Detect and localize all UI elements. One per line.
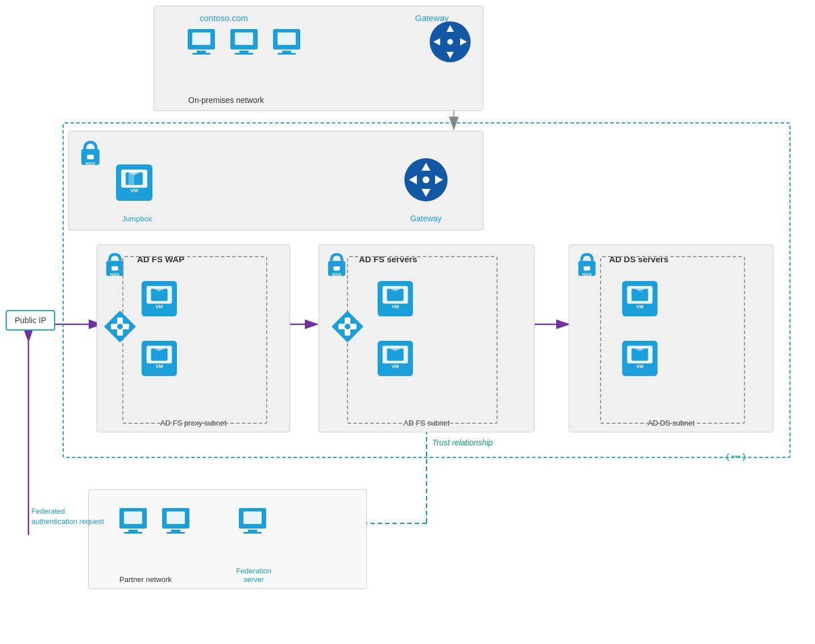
- svg-rect-101: [248, 530, 257, 532]
- gateway-mgmt-label: Gateway: [398, 214, 454, 223]
- mgmt-subnet-box: NSG VM Jumpbox: [68, 131, 483, 230]
- load-balancer-1: [102, 309, 138, 346]
- load-balancer-2: [330, 309, 365, 346]
- svg-rect-66: [333, 266, 340, 271]
- svg-point-36: [448, 39, 453, 45]
- nsg-icon-mgmt: NSG: [79, 140, 102, 170]
- adds-servers-inner-box: [600, 256, 745, 424]
- monitor-icon-1: [185, 28, 217, 60]
- onprem-label: On-premises network: [188, 96, 264, 105]
- svg-rect-44: [129, 172, 134, 185]
- partner-monitor-1: [117, 507, 149, 539]
- svg-rect-20: [192, 32, 210, 45]
- svg-rect-29: [282, 51, 291, 53]
- svg-rect-98: [167, 532, 185, 534]
- adfs-servers-inner-box: [347, 256, 498, 424]
- ellipsis-indicator: ❬•••❭: [725, 452, 748, 461]
- svg-rect-26: [235, 53, 253, 55]
- svg-rect-79: [584, 266, 590, 271]
- svg-text:NSG: NSG: [110, 272, 120, 277]
- svg-rect-92: [124, 511, 142, 524]
- gateway-mgmt-icon: [403, 157, 449, 205]
- svg-text:VM: VM: [130, 188, 138, 193]
- svg-rect-53: [111, 266, 118, 271]
- svg-rect-93: [129, 530, 138, 532]
- svg-rect-100: [243, 511, 262, 524]
- jumpbox-label: Jumpbox: [109, 214, 166, 223]
- partner-network-label: Partner network: [100, 575, 191, 584]
- monitor-icon-3: [271, 28, 303, 60]
- federated-auth-label: Federated authentication request: [31, 506, 105, 527]
- svg-rect-102: [243, 532, 262, 534]
- partner-network-box: Federation server Partner network: [88, 489, 367, 589]
- svg-rect-28: [278, 32, 296, 45]
- jumpbox-vm-icon: VM: [114, 163, 154, 205]
- partner-monitor-federation: [237, 507, 268, 539]
- federation-server-label: Federation server: [225, 567, 282, 584]
- svg-rect-21: [197, 51, 206, 53]
- svg-text:NSG: NSG: [85, 161, 95, 166]
- gateway-top-icon: [429, 20, 471, 65]
- svg-point-106: [117, 324, 123, 329]
- public-ip-box: Public IP: [6, 310, 55, 331]
- svg-rect-94: [124, 532, 142, 534]
- svg-text:NSG: NSG: [332, 272, 342, 277]
- svg-rect-22: [192, 53, 210, 55]
- svg-point-110: [345, 324, 350, 329]
- partner-monitor-2: [160, 507, 192, 539]
- onprem-network-box: contoso.com: [154, 6, 483, 111]
- svg-rect-25: [239, 51, 249, 53]
- monitor-icon-2: [228, 28, 260, 60]
- svg-rect-30: [278, 53, 296, 55]
- nsg-icon-adds: NSG: [576, 252, 598, 280]
- diagram-container: contoso.com: [0, 0, 815, 644]
- nsg-icon-adfs: NSG: [326, 252, 347, 280]
- public-ip-label: Public IP: [15, 316, 46, 325]
- trust-relationship-label: Trust relationship: [432, 438, 493, 447]
- svg-text:NSG: NSG: [582, 272, 592, 277]
- svg-rect-96: [167, 511, 185, 524]
- svg-rect-38: [87, 155, 94, 159]
- adfs-wap-inner-box: [122, 256, 267, 424]
- contoso-label: contoso.com: [200, 13, 248, 23]
- svg-rect-97: [171, 530, 180, 532]
- svg-rect-24: [235, 32, 253, 45]
- svg-point-51: [423, 176, 429, 183]
